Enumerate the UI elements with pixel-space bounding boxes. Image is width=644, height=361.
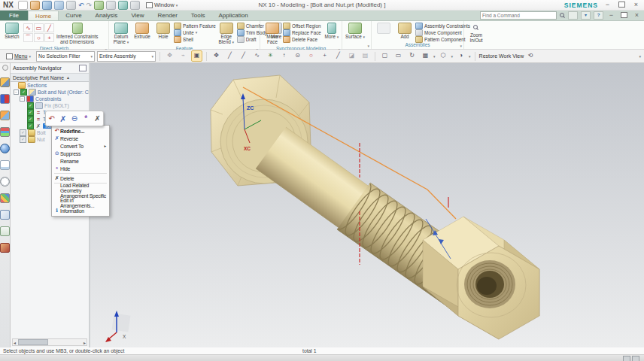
menu-item-rename[interactable]: Rename (52, 157, 109, 165)
history-icon[interactable] (0, 177, 10, 187)
edge-blend-dropdown-icon[interactable]: ▾ (232, 40, 234, 44)
window-layout-icon[interactable] (623, 356, 630, 361)
doc-restore-button[interactable] (619, 12, 629, 20)
face-analysis-icon[interactable]: ◑ (455, 50, 466, 62)
pattern-feature-button[interactable]: Pattern Feature (174, 23, 216, 29)
save-as-icon[interactable] (54, 1, 64, 10)
tree-row-assembly-root[interactable]: − ✓ Bolt and Nut (Order: Chr... (11, 89, 89, 96)
analysis-dropdown-icon[interactable]: ▾ (469, 54, 471, 59)
close-toolbar-icon[interactable]: ✗ (93, 114, 102, 124)
highlight-related-icon[interactable]: ✥ (164, 50, 175, 62)
datum-plane-dropdown-icon[interactable]: ▾ (127, 40, 129, 44)
constraint-checkbox[interactable]: ✓ (27, 116, 34, 123)
restore-work-view-button[interactable]: Restore Work View ⟲ (479, 50, 536, 62)
constraint-checkbox[interactable]: ✓ (27, 102, 34, 109)
add-component-button[interactable]: Add (394, 22, 415, 41)
scroll-right-icon[interactable]: ▸ (83, 340, 87, 345)
snap-control-point-icon[interactable]: ╱ (238, 50, 249, 62)
tree-row-sections[interactable]: Sections (11, 82, 89, 89)
model-canvas[interactable]: ZC XC X (90, 63, 642, 347)
interior-selection-icon[interactable]: ⌁ (178, 50, 189, 62)
menu-item-delete[interactable]: ✗ Delete (52, 174, 109, 182)
nut[interactable] (423, 217, 539, 339)
cut-icon[interactable] (94, 1, 104, 10)
full-screen-icon[interactable] (568, 11, 578, 20)
menu-item-hide[interactable]: * Hide (52, 165, 109, 172)
selection-filter-dropdown[interactable]: No Selection Filter ▾ (36, 51, 95, 62)
menu-item-redefine[interactable]: ↶ Redefine... (52, 127, 109, 135)
move-component-button[interactable]: Move Component (415, 29, 470, 35)
snap-quadrant-icon[interactable]: ○ (305, 50, 317, 62)
snap-vertical-icon[interactable]: ↑ (278, 50, 290, 62)
copy-icon[interactable] (106, 1, 116, 10)
tree-row-constraints[interactable]: − Constraints (11, 96, 89, 102)
tab-analysis[interactable]: Analysis (89, 11, 125, 20)
snap-point-on-surface-icon[interactable]: ◪ (346, 50, 357, 62)
snap-bounded-plane-icon[interactable]: ▤ (360, 50, 371, 62)
borderbar-overflow-icon[interactable]: ▾ (639, 54, 641, 59)
sketch-button[interactable]: Sketch (2, 22, 23, 41)
constraint-navigator-icon[interactable] (0, 94, 10, 104)
print-icon[interactable] (130, 1, 140, 10)
component-checkbox[interactable]: ✓ (20, 89, 27, 96)
menu-item-suppress[interactable]: ⊖ Suppress (52, 150, 109, 157)
doc-minimize-button[interactable]: − (606, 12, 616, 20)
save-all-icon[interactable] (66, 1, 76, 10)
find-command-input[interactable] (480, 11, 557, 20)
hd3d-tools-icon[interactable] (0, 144, 10, 153)
surface-button[interactable]: Surface ▾ (344, 22, 366, 41)
tab-file[interactable]: File (0, 11, 28, 20)
group-label-surface[interactable]: ▾ (344, 42, 369, 49)
part-navigator-icon[interactable] (0, 111, 10, 120)
component-checkbox[interactable]: ✓ (20, 136, 26, 143)
assembly-constraints-button[interactable]: Assembly Constraints (415, 23, 470, 29)
menu-item-convert-to[interactable]: Convert To ▸ (52, 142, 109, 150)
tab-application[interactable]: Application (212, 11, 255, 20)
zoom-in-out-button[interactable]: Zoom In/Out (466, 22, 487, 44)
circle-tool-icon[interactable]: ○ (34, 33, 44, 42)
panel-pin-icon[interactable] (79, 65, 87, 71)
snap-point-on-curve-icon[interactable]: ╱ (333, 50, 344, 62)
help-icon[interactable]: ? (594, 11, 603, 20)
roles-icon[interactable] (0, 226, 10, 236)
selection-scope-dropdown[interactable]: Entire Assembly ▾ (97, 51, 156, 62)
resize-grip-icon[interactable] (632, 356, 639, 361)
process-studio-icon[interactable] (0, 193, 10, 203)
manufacturing-wizard-icon[interactable] (0, 210, 10, 220)
tab-curve[interactable]: Curve (59, 11, 88, 20)
resource-bar-options-icon[interactable] (2, 65, 8, 71)
menu-item-load-related-geometry[interactable]: Load Related Geometry (52, 184, 109, 192)
undo-icon[interactable]: ↶ (78, 2, 84, 9)
constraint-checkbox[interactable]: ✓ (27, 123, 34, 129)
save-icon[interactable] (42, 1, 52, 10)
snap-midpoint-icon[interactable]: ╱ (224, 50, 235, 62)
surface-group-launcher-icon[interactable]: ▾ (367, 43, 369, 49)
snap-arc-center-icon[interactable]: ⊙ (292, 50, 303, 62)
pan-view-icon[interactable]: ▭ (393, 50, 404, 62)
restore-button[interactable] (617, 2, 627, 9)
fit-view-icon[interactable]: ▦ (420, 50, 431, 62)
line-tool-icon[interactable]: ╱ (44, 23, 54, 32)
hide-icon[interactable]: * (81, 114, 91, 124)
surface-dropdown-icon[interactable]: ▾ (363, 35, 365, 39)
synchronous-more-button[interactable]: More ▾ (321, 22, 342, 41)
minimize-button[interactable]: − (603, 2, 612, 9)
constraint-checkbox[interactable]: ✓ (27, 109, 34, 116)
synchronous-more-dropdown-icon[interactable]: ▾ (337, 35, 339, 39)
expander-icon[interactable]: − (20, 96, 25, 102)
expander-icon[interactable]: − (14, 89, 19, 95)
replace-face-button[interactable]: Replace Face (283, 29, 321, 35)
shell-button[interactable]: Shell (174, 36, 216, 42)
snap-existing-point-icon[interactable]: + (319, 50, 330, 62)
show-hide-icon[interactable]: ▢ (379, 50, 390, 62)
inferred-constraints-button[interactable]: Inferred Constraints and Dimensions (55, 22, 99, 46)
offset-region-button[interactable]: Offset Region (283, 23, 321, 29)
unite-button[interactable]: Unite ▾ (174, 29, 216, 35)
extrude-button[interactable]: Extrude (132, 22, 153, 41)
ribbon-options-icon[interactable]: ▾ (581, 11, 591, 20)
style-dropdown-icon[interactable]: ▾ (451, 54, 454, 59)
unite-dropdown-icon[interactable]: ▾ (196, 30, 198, 35)
tree-row-fix-constraint[interactable]: ✓ Fix (BOLT) (11, 102, 89, 109)
paste-icon[interactable] (118, 1, 128, 10)
window-menu-button[interactable]: Window ▾ (146, 2, 178, 8)
